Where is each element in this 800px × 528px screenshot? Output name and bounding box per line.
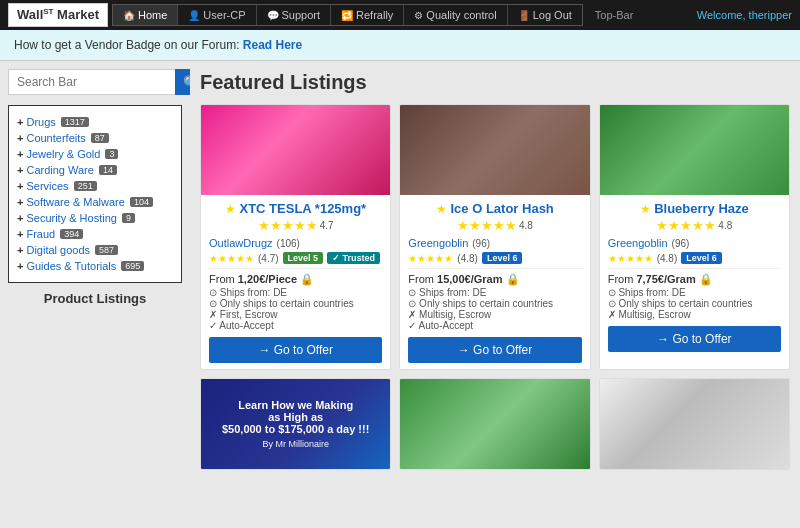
listing-title-row-2: ★ Ice O Lator Hash bbox=[408, 201, 581, 216]
read-here-link[interactable]: Read Here bbox=[243, 38, 302, 52]
cat-security[interactable]: + Security & Hosting 9 bbox=[17, 210, 173, 226]
user-icon: 👤 bbox=[188, 10, 200, 21]
bottom-listing-3 bbox=[599, 378, 790, 470]
detail-row-1b: ✗ First, Escrow bbox=[209, 309, 382, 320]
topbar-label: Top-Bar bbox=[595, 9, 697, 21]
trusted-badge-1: ✓ Trusted bbox=[327, 252, 380, 264]
nav-home[interactable]: 🏠 Home bbox=[113, 5, 178, 25]
cat-guides[interactable]: + Guides & Tutorials 695 bbox=[17, 258, 173, 274]
product-listings-label: Product Listings bbox=[8, 291, 182, 306]
level-badge-1: Level 5 bbox=[283, 252, 324, 264]
main-layout: 🔍 + Drugs 1317 + Counterfeits 87 + Jewel… bbox=[0, 61, 800, 511]
detail-row-1c: ✓ Auto-Accept bbox=[209, 320, 382, 331]
level-badge-2: Level 6 bbox=[482, 252, 523, 264]
nav-items: 🏠 Home 👤 User-CP 💬 Support 🔁 Refrally ⚙ … bbox=[112, 4, 583, 26]
seller-name-3[interactable]: Greengoblin bbox=[608, 237, 668, 249]
divider-3 bbox=[608, 268, 781, 269]
price-row-3: From 7,75€/Gram 🔒 bbox=[608, 273, 781, 286]
bottom-image-3 bbox=[600, 379, 789, 469]
detail-row-2b: ✗ Multisig, Escrow bbox=[408, 309, 581, 320]
listing-name-2[interactable]: Ice O Lator Hash bbox=[451, 201, 554, 216]
sidebar: 🔍 + Drugs 1317 + Counterfeits 87 + Jewel… bbox=[0, 61, 190, 511]
bottom-image-1: Learn How we Makingas High as$50,000 to … bbox=[201, 379, 390, 469]
bottom-listing-2 bbox=[399, 378, 590, 470]
bottom-image-2 bbox=[400, 379, 589, 469]
seller-rating-row-1: ★★★★★ (4.7) Level 5 ✓ Trusted bbox=[209, 252, 382, 264]
main-content: Featured Listings ★ XTC TESLA *125mg* ★★… bbox=[190, 61, 800, 511]
escrow-icon-1: 🔒 bbox=[300, 273, 314, 285]
search-input[interactable] bbox=[8, 69, 175, 95]
ships-row-3: ⊙ Ships from: DE bbox=[608, 287, 781, 298]
bottom-listings-grid: Learn How we Makingas High as$50,000 to … bbox=[200, 378, 790, 470]
bottom-listing-1: Learn How we Makingas High as$50,000 to … bbox=[200, 378, 391, 470]
nav-user-cp[interactable]: 👤 User-CP bbox=[178, 5, 256, 25]
top-bar: WallST Market 🏠 Home 👤 User-CP 💬 Support… bbox=[0, 0, 800, 30]
seller-rating-row-3: ★★★★★ (4.8) Level 6 bbox=[608, 252, 781, 264]
ships-row-2: ⊙ Ships from: DE bbox=[408, 287, 581, 298]
escrow-icon-2: 🔒 bbox=[506, 273, 520, 285]
search-bar-container: 🔍 bbox=[8, 69, 182, 95]
price-row-1: From 1,20€/Piece 🔒 bbox=[209, 273, 382, 286]
listing-stars-3: ★★★★★ 4.8 bbox=[608, 218, 781, 233]
go-to-offer-btn-2[interactable]: → Go to Offer bbox=[408, 337, 581, 363]
quality-icon: ⚙ bbox=[414, 10, 423, 21]
logout-icon: 🚪 bbox=[518, 10, 530, 21]
featured-title: Featured Listings bbox=[200, 71, 790, 94]
nav-support[interactable]: 💬 Support bbox=[257, 5, 332, 25]
home-icon: 🏠 bbox=[123, 10, 135, 21]
seller-row-3: Greengoblin (96) bbox=[608, 237, 781, 249]
listing-card-2: ★ Ice O Lator Hash ★★★★★ 4.8 Greengoblin… bbox=[399, 104, 590, 370]
escrow-icon-3: 🔒 bbox=[699, 273, 713, 285]
refrally-icon: 🔁 bbox=[341, 10, 353, 21]
listings-grid: ★ XTC TESLA *125mg* ★★★★★ 4.7 OutlawDrug… bbox=[200, 104, 790, 370]
listing-body-3: ★ Blueberry Haze ★★★★★ 4.8 Greengoblin (… bbox=[600, 195, 789, 358]
nav-quality-control[interactable]: ⚙ Quality control bbox=[404, 5, 507, 25]
listing-image-1 bbox=[201, 105, 390, 195]
seller-rating-row-2: ★★★★★ (4.8) Level 6 bbox=[408, 252, 581, 264]
listing-name-3[interactable]: Blueberry Haze bbox=[654, 201, 749, 216]
listing-card-1: ★ XTC TESLA *125mg* ★★★★★ 4.7 OutlawDrug… bbox=[200, 104, 391, 370]
cat-drugs[interactable]: + Drugs 1317 bbox=[17, 114, 173, 130]
seller-row-1: OutlawDrugz (106) bbox=[209, 237, 382, 249]
nav-refrally[interactable]: 🔁 Refrally bbox=[331, 5, 404, 25]
divider-1 bbox=[209, 268, 382, 269]
go-to-offer-btn-1[interactable]: → Go to Offer bbox=[209, 337, 382, 363]
price-row-2: From 15,00€/Gram 🔒 bbox=[408, 273, 581, 286]
listing-name-1[interactable]: XTC TESLA *125mg* bbox=[240, 201, 367, 216]
listing-title-row-3: ★ Blueberry Haze bbox=[608, 201, 781, 216]
star-icon-1: ★ bbox=[225, 202, 236, 216]
listing-card-3: ★ Blueberry Haze ★★★★★ 4.8 Greengoblin (… bbox=[599, 104, 790, 370]
go-to-offer-btn-3[interactable]: → Go to Offer bbox=[608, 326, 781, 352]
detail-row-1a: ⊙ Only ships to certain countries bbox=[209, 298, 382, 309]
star-icon-2: ★ bbox=[436, 202, 447, 216]
logo[interactable]: WallST Market bbox=[8, 3, 108, 26]
nav-logout[interactable]: 🚪 Log Out bbox=[508, 5, 582, 25]
cat-services[interactable]: + Services 251 bbox=[17, 178, 173, 194]
category-list: + Drugs 1317 + Counterfeits 87 + Jewelry… bbox=[8, 105, 182, 283]
detail-row-3b: ✗ Multisig, Escrow bbox=[608, 309, 781, 320]
listing-image-2 bbox=[400, 105, 589, 195]
ships-row-1: ⊙ Ships from: DE bbox=[209, 287, 382, 298]
cat-digital[interactable]: + Digital goods 587 bbox=[17, 242, 173, 258]
detail-row-3a: ⊙ Only ships to certain countries bbox=[608, 298, 781, 309]
welcome-message: Welcome, theripper bbox=[697, 9, 792, 21]
seller-name-2[interactable]: Greengoblin bbox=[408, 237, 468, 249]
seller-row-2: Greengoblin (96) bbox=[408, 237, 581, 249]
cat-carding[interactable]: + Carding Ware 14 bbox=[17, 162, 173, 178]
listing-body-1: ★ XTC TESLA *125mg* ★★★★★ 4.7 OutlawDrug… bbox=[201, 195, 390, 369]
detail-row-2a: ⊙ Only ships to certain countries bbox=[408, 298, 581, 309]
vendor-badge-banner: How to get a Vendor Badge on our Forum: … bbox=[0, 30, 800, 61]
listing-image-3 bbox=[600, 105, 789, 195]
cat-software[interactable]: + Software & Malware 104 bbox=[17, 194, 173, 210]
cat-fraud[interactable]: + Fraud 394 bbox=[17, 226, 173, 242]
listing-stars-2: ★★★★★ 4.8 bbox=[408, 218, 581, 233]
support-icon: 💬 bbox=[267, 10, 279, 21]
cat-jewelry[interactable]: + Jewelry & Gold 3 bbox=[17, 146, 173, 162]
cat-counterfeits[interactable]: + Counterfeits 87 bbox=[17, 130, 173, 146]
detail-row-2c: ✓ Auto-Accept bbox=[408, 320, 581, 331]
divider-2 bbox=[408, 268, 581, 269]
listing-title-row-1: ★ XTC TESLA *125mg* bbox=[209, 201, 382, 216]
listing-stars-1: ★★★★★ 4.7 bbox=[209, 218, 382, 233]
seller-name-1[interactable]: OutlawDrugz bbox=[209, 237, 273, 249]
listing-body-2: ★ Ice O Lator Hash ★★★★★ 4.8 Greengoblin… bbox=[400, 195, 589, 369]
